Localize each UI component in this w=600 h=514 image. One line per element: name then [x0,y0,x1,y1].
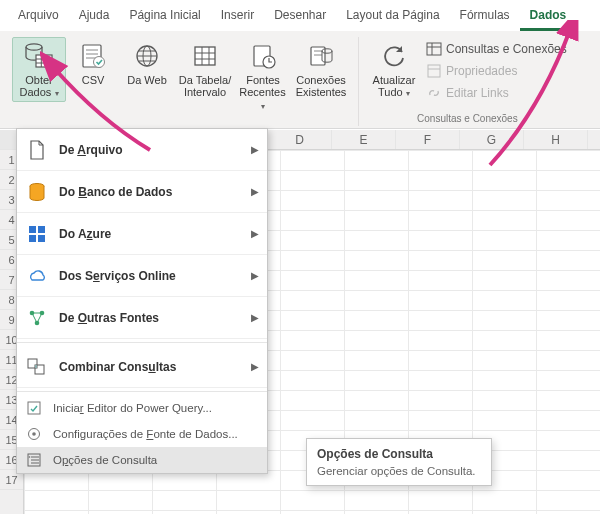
svg-point-50 [29,456,31,458]
menu-label: Iniciar Editor do Power Query... [53,402,259,414]
ribbon-tabs: Arquivo Ajuda Página Inicial Inserir Des… [0,0,600,31]
menu-do-banco-de-dados[interactable]: Do Banco de Dados ▶ [17,171,267,213]
svg-point-0 [26,44,42,50]
chevron-right-icon: ▶ [251,228,259,239]
column-header[interactable]: F [396,130,460,149]
tab-pagina-inicial[interactable]: Página Inicial [119,4,210,31]
chevron-right-icon: ▶ [251,144,259,155]
tab-ajuda[interactable]: Ajuda [69,4,120,31]
text-csv-icon [77,40,109,72]
chevron-right-icon: ▶ [251,361,259,372]
tab-desenhar[interactable]: Desenhar [264,4,336,31]
database-orange-icon [25,180,49,204]
obter-dados-button[interactable]: Obter Dados ▾ [12,37,66,102]
menu-opcoes-consulta[interactable]: Opções de Consulta [17,447,267,473]
refresh-icon [378,40,410,72]
column-header[interactable]: G [460,130,524,149]
globe-icon [131,40,163,72]
editar-links-label: Editar Links [446,86,509,100]
chevron-right-icon: ▶ [251,312,259,323]
chevron-down-icon: ▾ [404,89,410,98]
svg-rect-42 [35,365,37,368]
edit-links-icon [426,85,442,101]
svg-rect-36 [38,235,45,242]
da-tabela-button[interactable]: Da Tabela/ Intervalo [174,37,236,101]
tooltip-body: Gerenciar opções de Consulta. [317,465,481,477]
menu-label: Do Banco de Dados [59,185,241,199]
tab-layout[interactable]: Layout da Página [336,4,449,31]
column-header[interactable]: D [268,130,332,149]
menu-label: Combinar Consultas [59,360,241,374]
svg-rect-27 [427,43,441,55]
menu-label: Opções de Consulta [53,454,259,466]
menu-combinar-consultas[interactable]: Combinar Consultas ▶ [17,346,267,388]
conexoes-existentes-button[interactable]: Conexões Existentes [290,37,352,101]
menu-separator [17,391,267,392]
tab-dados[interactable]: Dados [520,4,577,31]
ribbon: Obter Dados ▾ CSV Da Web Da Tabela/ Inte… [0,31,600,129]
svg-rect-16 [195,47,215,65]
obter-dados-label: Obter Dados [19,74,52,98]
menu-de-arquivo[interactable]: De Arquivo ▶ [17,129,267,171]
menu-do-azure[interactable]: Do Azure ▶ [17,213,267,255]
menu-label: Configurações de Fonte de Dados... [53,428,259,440]
tooltip-title: Opções de Consulta [317,447,481,461]
chevron-right-icon: ▶ [251,270,259,281]
svg-rect-1 [36,55,52,67]
data-source-settings-icon [25,425,43,443]
propriedades-label: Propriedades [446,64,517,78]
menu-de-outras-fontes[interactable]: De Outras Fontes ▶ [17,297,267,339]
svg-rect-33 [29,226,36,233]
chevron-down-icon: ▾ [52,89,58,98]
table-icon [189,40,221,72]
power-query-editor-icon [25,399,43,417]
ribbon-group-obter-transformar: Obter Dados ▾ CSV Da Web Da Tabela/ Inte… [6,37,359,126]
svg-point-45 [32,432,36,436]
azure-icon [25,222,49,246]
ribbon-group-consultas-conexoes: Atualizar Tudo ▾ Consultas e Conexões Pr… [359,37,576,126]
consultas-conexoes-button[interactable]: Consultas e Conexões [423,39,570,59]
tab-arquivo[interactable]: Arquivo [8,4,69,31]
chevron-down-icon: ▾ [261,102,265,111]
combine-queries-icon [25,355,49,379]
queries-connections-icon [426,41,442,57]
menu-config-fonte-dados[interactable]: Configurações de Fonte de Dados... [17,421,267,447]
group-label-consultas: Consultas e Conexões [365,111,570,126]
tab-formulas[interactable]: Fórmulas [450,4,520,31]
fontes-recentes-label: Fontes Recentes [239,74,285,98]
csv-button[interactable]: CSV [66,37,120,89]
column-header[interactable]: E [332,130,396,149]
database-table-icon [23,40,55,72]
tooltip: Opções de Consulta Gerenciar opções de C… [306,438,492,486]
obter-dados-menu: De Arquivo ▶ Do Banco de Dados ▶ Do Azur… [16,128,268,474]
menu-label: Dos Serviços Online [59,269,241,283]
da-tabela-label: Da Tabela/ Intervalo [177,74,233,98]
svg-rect-43 [28,402,40,414]
fontes-recentes-button[interactable]: Fontes Recentes ▾ [236,37,290,115]
menu-label: Do Azure [59,227,241,241]
svg-rect-34 [38,226,45,233]
other-sources-icon [25,306,49,330]
group-label-empty [12,122,352,126]
query-options-icon [25,451,43,469]
csv-label: CSV [82,74,105,86]
svg-rect-35 [29,235,36,242]
editar-links-button[interactable]: Editar Links [423,83,570,103]
conexoes-existentes-label: Conexões Existentes [293,74,349,98]
atualizar-tudo-button[interactable]: Atualizar Tudo ▾ [365,37,423,102]
svg-rect-30 [428,65,440,77]
menu-dos-servicos-online[interactable]: Dos Serviços Online ▶ [17,255,267,297]
existing-connections-icon [305,40,337,72]
file-icon [25,138,49,162]
chevron-right-icon: ▶ [251,186,259,197]
consultas-conexoes-label: Consultas e Conexões [446,42,567,56]
menu-iniciar-editor-power-query[interactable]: Iniciar Editor do Power Query... [17,395,267,421]
tab-inserir[interactable]: Inserir [211,4,264,31]
propriedades-button[interactable]: Propriedades [423,61,570,81]
menu-label: De Arquivo [59,143,241,157]
menu-label: De Outras Fontes [59,311,241,325]
da-web-button[interactable]: Da Web [120,37,174,89]
column-header[interactable]: H [524,130,588,149]
recent-sources-icon [247,40,279,72]
da-web-label: Da Web [127,74,167,86]
